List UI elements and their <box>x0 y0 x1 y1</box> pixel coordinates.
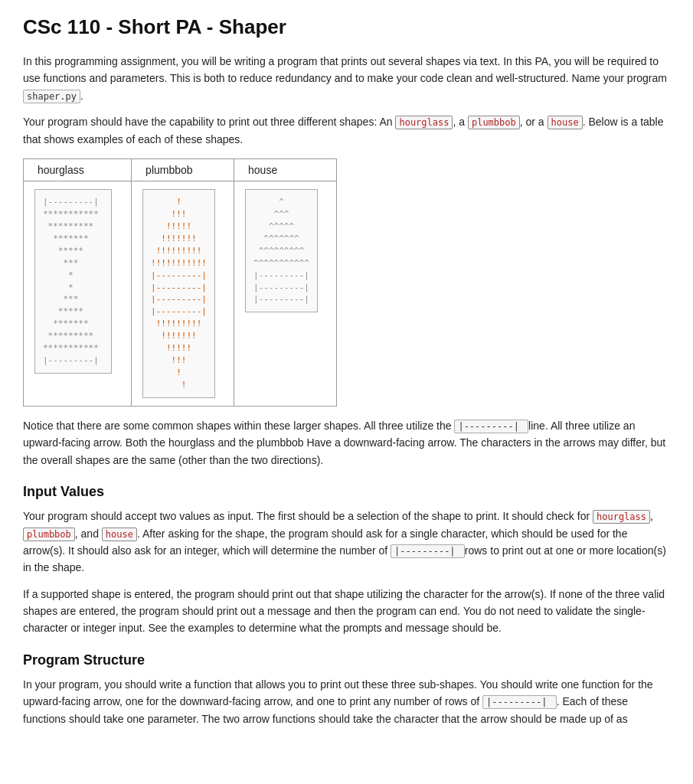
plumbbob-shape: ! !!! !!!!! !!!!!!! !!!!!!!!! !!!!!!!!!!… <box>142 189 215 398</box>
intro-paragraph-1: In this programming assignment, you will… <box>23 53 670 104</box>
shapes-table: hourglass plumbbob house |---------| ***… <box>23 158 337 407</box>
table-cell-house: ^ ^^^ ^^^^^ ^^^^^^^ ^^^^^^^^^ ^^^^^^^^^^… <box>234 181 337 406</box>
dash-code-2: |---------| <box>391 544 465 558</box>
input-hourglass-code: hourglass <box>593 510 650 524</box>
house-shape: ^ ^^^ ^^^^^ ^^^^^^^ ^^^^^^^^^ ^^^^^^^^^^… <box>245 189 318 312</box>
input-paragraph-1: Your program should accept two values as… <box>23 508 670 577</box>
dash-line-code: |---------| <box>454 420 528 433</box>
house-inline-code: house <box>548 116 583 129</box>
input-plumbbob-code: plumbbob <box>23 528 75 541</box>
intro-paragraph-2: Your program should have the capability … <box>23 113 670 148</box>
input-paragraph-2: If a supported shape is entered, the pro… <box>23 586 670 637</box>
program-paragraph-1: In your program, you should write a func… <box>23 676 670 727</box>
notice-paragraph: Notice that there are some common shapes… <box>23 417 670 469</box>
program-structure-heading: Program Structure <box>23 652 670 668</box>
hourglass-inline-code: hourglass <box>395 116 453 129</box>
table-header-house: house <box>234 158 337 181</box>
input-house-code: house <box>102 528 137 541</box>
table-cell-plumbbob: ! !!! !!!!! !!!!!!! !!!!!!!!! !!!!!!!!!!… <box>132 181 234 406</box>
table-cell-hourglass: |---------| *********** ********* ******… <box>24 181 132 406</box>
hourglass-shape: |---------| *********** ********* ******… <box>34 189 112 374</box>
shaper-py-code: shaper.py <box>23 90 80 103</box>
table-header-hourglass: hourglass <box>24 158 132 181</box>
dash-code-3: |---------| <box>482 695 557 709</box>
table-header-plumbbob: plumbbob <box>132 158 234 181</box>
page-title: CSc 110 - Short PA - Shaper <box>23 15 670 39</box>
input-values-heading: Input Values <box>23 484 670 500</box>
plumbbob-inline-code: plumbbob <box>468 116 520 129</box>
